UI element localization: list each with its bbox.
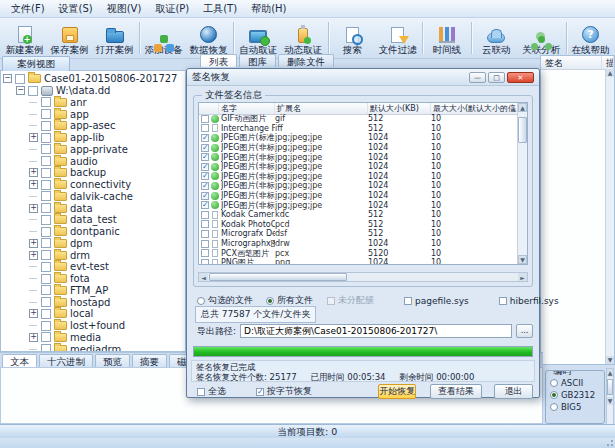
menu-item[interactable]: 视图(V) — [100, 1, 149, 17]
toolbar-button-cloud-link[interactable]: 云联动 — [474, 19, 519, 57]
signature-table-row[interactable]: Kodak Camera DCDkdc51210 — [199, 210, 518, 220]
tree-checkbox[interactable] — [41, 309, 51, 319]
tree-checkbox[interactable] — [41, 285, 51, 295]
filter-pagefile[interactable]: pagefile.sys — [404, 296, 469, 306]
close-button[interactable]: ✕ — [507, 72, 534, 83]
view-results-button[interactable]: 查看结果 — [430, 384, 482, 399]
scroll-up-icon[interactable]: ▲ — [607, 369, 613, 377]
tree-item-hostapd[interactable]: hostapd — [1, 296, 185, 308]
signature-table-row[interactable]: JPEG图片(非标准)jpg;jpeg;jpe102410 — [199, 200, 518, 210]
signature-table-row[interactable]: Kodak PhotoCDpcd51210 — [199, 220, 518, 230]
exit-button[interactable]: 退出 — [494, 384, 533, 399]
tree-item-drm[interactable]: drm — [1, 249, 185, 261]
tree-checkbox[interactable] — [41, 156, 51, 166]
menu-item[interactable]: 文件(F) — [4, 1, 52, 17]
bottom-tab-hex[interactable]: 十六进制 — [39, 354, 93, 367]
expander-icon[interactable] — [29, 133, 38, 142]
tree-checkbox[interactable] — [41, 133, 51, 143]
row-checkbox[interactable] — [201, 153, 209, 161]
row-checkbox[interactable] — [201, 249, 209, 257]
tree-item-media[interactable]: media — [1, 332, 185, 344]
tree-item-backup[interactable]: backup — [1, 167, 185, 179]
menu-item[interactable]: 取证(P) — [148, 1, 196, 17]
resize-grip[interactable] — [606, 439, 614, 447]
case-view-tab[interactable]: 案例视图 — [2, 56, 70, 71]
scrollbar-thumb[interactable] — [518, 117, 527, 143]
toolbar-button-dynamic-forensics[interactable]: 动态取证 — [281, 19, 326, 57]
toolbar-button-online-help[interactable]: 在线帮助 — [568, 19, 613, 57]
tree-item-app-private[interactable]: app-private — [1, 144, 185, 156]
tree-item-lost+found[interactable]: lost+found — [1, 320, 185, 332]
row-checkbox[interactable] — [201, 240, 209, 248]
toolbar-button-relation-analysis[interactable]: 关联分析 — [519, 19, 564, 57]
bottom-tab-text[interactable]: 文本 — [2, 354, 37, 367]
column-header-3[interactable]: 默认大小(KB) — [368, 103, 431, 114]
scrollbar-thumb[interactable] — [607, 379, 613, 395]
tree-checkbox[interactable] — [15, 74, 25, 84]
row-checkbox[interactable] — [201, 163, 209, 171]
signature-list-scrollbar[interactable]: ▲ ▼ — [605, 69, 614, 364]
expander-icon[interactable] — [29, 180, 38, 189]
tree-item-evt-test[interactable]: evt-test — [1, 261, 185, 273]
toolbar-button-timeline[interactable]: 时间线 — [424, 19, 469, 57]
expander-icon[interactable] — [29, 333, 38, 342]
row-checkbox[interactable] — [201, 220, 209, 228]
scroll-right-icon[interactable]: ► — [518, 273, 527, 281]
tree-checkbox[interactable] — [41, 97, 51, 107]
tree-item-FTM_AP[interactable]: FTM_AP — [1, 285, 185, 297]
tree-checkbox[interactable] — [41, 344, 51, 352]
expander-icon[interactable] — [29, 239, 38, 248]
tree-checkbox[interactable] — [41, 238, 51, 248]
view-tab-list[interactable]: 列表 — [200, 54, 237, 67]
scrollbar-thumb[interactable] — [209, 273, 347, 281]
column-header-signature[interactable]: 签名 — [541, 56, 602, 69]
tree-item-dpm[interactable]: dpm — [1, 238, 185, 250]
tree-checkbox[interactable] — [41, 191, 51, 201]
tree-item-app-lib[interactable]: app-lib — [1, 132, 185, 144]
tree-checkbox[interactable] — [41, 262, 51, 272]
toolbar-button-save-case[interactable]: 保存案例 — [47, 19, 92, 57]
encoding-option-big5[interactable]: BIG5 — [550, 401, 601, 413]
row-checkbox[interactable] — [201, 182, 209, 190]
bottom-tab-summary[interactable]: 摘要 — [132, 354, 167, 367]
tree-item-dalvik-cache[interactable]: dalvik-cache — [1, 191, 185, 203]
row-checkbox[interactable] — [201, 192, 209, 200]
toolbar-button-search[interactable]: 搜索 — [330, 19, 375, 57]
row-checkbox[interactable] — [201, 259, 209, 264]
dialog-title-bar[interactable]: 签名恢复 —□✕ — [187, 69, 539, 86]
encoding-option-ascii[interactable]: ASCII — [550, 377, 601, 389]
tree-checkbox[interactable] — [41, 227, 51, 237]
toolbar-button-data-recovery[interactable]: 数据恢复 — [186, 19, 231, 57]
column-header-2[interactable]: 扩展名 — [275, 103, 368, 114]
tree-item-fota[interactable]: fota — [1, 273, 185, 285]
view-tab-gallery[interactable]: 图库 — [239, 54, 276, 67]
column-header-1[interactable]: 名字 — [219, 103, 275, 114]
tree-checkbox[interactable] — [41, 109, 51, 119]
browse-button[interactable]: ... — [516, 324, 533, 338]
tree-item-dontpanic[interactable]: dontpanic — [1, 226, 185, 238]
toolbar-button-file-filter[interactable]: 文件过滤 — [375, 19, 420, 57]
table-horizontal-scrollbar[interactable]: ◄ ► — [198, 272, 528, 282]
encoding-option-gb2312[interactable]: GB2312 — [550, 389, 601, 401]
row-checkbox[interactable] — [201, 172, 209, 180]
tree-checkbox[interactable] — [41, 203, 51, 213]
tree-item-audio[interactable]: audio — [1, 155, 185, 167]
export-path-input[interactable] — [240, 324, 512, 338]
scroll-up-icon[interactable]: ▲ — [518, 103, 527, 112]
tree-checkbox[interactable] — [41, 215, 51, 225]
tree-item-app[interactable]: app — [1, 108, 185, 120]
row-checkbox[interactable] — [201, 230, 209, 238]
view-tab-deleted-files[interactable]: 删除文件 — [278, 54, 334, 67]
tree-checkbox[interactable] — [41, 121, 51, 131]
tree-item-data_test[interactable]: data_test — [1, 214, 185, 226]
toolbar-button-auto-forensics[interactable]: 自动取证 — [236, 19, 281, 57]
bottom-tab-preview[interactable]: 预览 — [95, 354, 130, 367]
scroll-down-icon[interactable]: ▼ — [518, 255, 527, 264]
tree-checkbox[interactable] — [41, 168, 51, 178]
menu-item[interactable]: 工具(T) — [196, 1, 244, 17]
menu-item[interactable]: 设置(S) — [52, 1, 100, 17]
table-vertical-scrollbar[interactable]: ▲ ▼ — [517, 103, 527, 264]
row-checkbox[interactable] — [201, 115, 209, 123]
column-header-checkbox[interactable] — [199, 103, 219, 114]
tree-checkbox[interactable] — [41, 180, 51, 190]
